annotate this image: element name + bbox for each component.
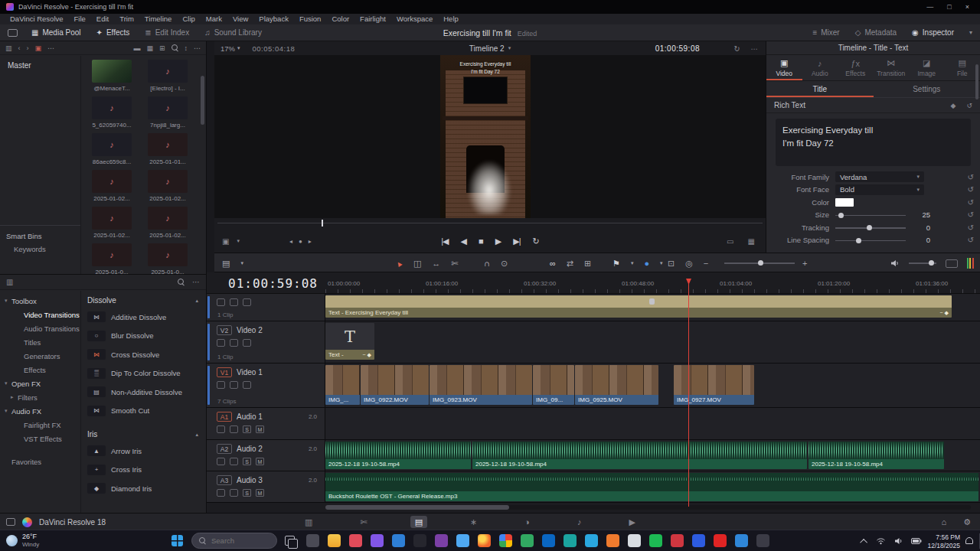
dim-button[interactable] [946,259,958,268]
media-pool-clip[interactable]: ♪ 7npji8_larg... [145,96,191,132]
media-pool-button[interactable]: ▦ Media Pool [24,24,88,41]
transition-item[interactable]: ⋈ Cross Dissolve [81,345,206,364]
select-tool-icon[interactable]: ▲ [394,258,404,269]
timeline-ruler[interactable]: 01:00:00:0001:00:16:0001:00:32:0001:00:4… [325,272,980,294]
timeline-clip-title[interactable]: Text - Exercising Everyday till ~ ◆ [325,295,952,318]
sort-icon[interactable]: ↕ [185,44,188,52]
position-lock-icon[interactable]: ⊙ [501,259,508,269]
options-icon[interactable]: ⋯ [192,278,200,286]
workspace-dropdown-icon[interactable]: ▾ [962,29,980,36]
search-input[interactable] [211,536,263,545]
track-header-video-1[interactable]: V1 Video 1 7 Clips [207,364,325,407]
project-settings-icon[interactable]: ⚙ [963,517,971,527]
menu-item[interactable]: View [227,14,253,24]
taskbar-clock[interactable]: 7:56 PM 12/18/2025 [927,533,960,550]
wifi-icon[interactable] [876,537,886,545]
subtab-settings[interactable]: Settings [874,81,980,97]
reset-icon[interactable]: ↺ [968,210,974,219]
timeline-clip-audio[interactable]: 2025-12-18 19-10-58.mp4 [472,442,807,469]
taskbar-app-3[interactable] [349,534,362,547]
zoom-out-icon[interactable]: − [704,259,708,268]
scrollbar-thumb[interactable] [325,505,509,510]
taskbar-app-9[interactable] [478,534,491,547]
thumbnail-view-icon[interactable]: ▦ [146,44,153,52]
timeline-clip-audio[interactable]: 2025-12-18 19-10-58.mp4 [808,442,944,469]
panel-layout-icon[interactable]: ▥ [5,44,12,52]
track-select-v2[interactable]: V2 [217,325,232,335]
loop-button[interactable]: ↻ [533,236,539,246]
taskbar-app-16[interactable] [628,534,641,547]
step-back-button[interactable]: ◀ [461,236,466,246]
font-face-dropdown[interactable]: Bold ▾ [835,184,924,195]
media-pool-clip[interactable]: ♪ 2025-01-02... [145,170,191,205]
match-frame-icon[interactable]: ▭ [727,237,733,246]
back-icon[interactable]: ‹ [18,44,21,52]
stop-button[interactable]: ■ [479,236,483,246]
page-color[interactable]: ◑ [520,516,534,528]
grid-view-icon[interactable]: ⊞ [159,44,165,52]
enable-track-icon[interactable] [230,298,238,306]
notifications-icon[interactable] [965,537,973,544]
section-header-iris[interactable]: Iris ▴ [81,426,206,442]
viewer-zoom-dropdown[interactable]: 17% ▾ [220,44,240,53]
timeline-clip-text[interactable]: T Text - ~ ◆ [325,323,374,360]
project-manager-icon[interactable]: ⌂ [941,517,946,527]
taskbar-app-11[interactable] [521,534,534,547]
track-content-video-1[interactable]: IMG_... IMG_0922.MOV IMG_0923.MOV [325,364,980,407]
snapping-icon[interactable]: ∩ [484,259,490,268]
viewer-scrubber[interactable] [214,218,766,227]
effects-button[interactable]: ✦ Effects [88,24,137,41]
weather-widget[interactable]: 26°F Windy [6,533,39,548]
track-header-video-2[interactable]: V2 Video 2 1 Clip [207,321,325,363]
zoom-fit-icon[interactable]: ⊡ [668,259,675,269]
tab-effects[interactable]: ƒx Effects [838,55,874,80]
resize-icon[interactable]: ▣ [222,237,229,246]
track-select-a3[interactable]: A3 [217,475,232,485]
reset-icon[interactable]: ↺ [968,173,974,181]
track-content-audio-3[interactable]: Buckshot Roulette OST - General Release.… [325,471,980,502]
taskbar-app-13[interactable] [564,534,577,547]
auto-select-icon[interactable] [243,298,251,306]
search-icon[interactable] [178,279,185,285]
zoom-in-icon[interactable]: + [802,259,807,268]
menu-item[interactable]: Color [326,14,354,24]
viewer-canvas[interactable]: Exercising Everyday till I'm fit Day 72 [214,55,766,218]
go-to-last-frame-button[interactable]: ▶| [513,236,520,246]
taskbar-app-2[interactable] [328,534,341,547]
taskbar-app-7[interactable] [435,534,448,547]
transition-item[interactable]: ▒ Dip To Color Dissolve [81,364,206,383]
taskbar-app-20[interactable] [714,534,727,547]
track-select-a2[interactable]: A2 [217,444,232,454]
title-text-input[interactable]: Exercising Everyday till I'm fit Day 72 [776,119,971,166]
subtab-title[interactable]: Title [766,81,874,97]
audio-meters-icon[interactable] [967,258,974,269]
tab-video[interactable]: ▣ Video [766,55,802,80]
inspector-button[interactable]: ◉ Inspector [904,28,962,37]
lock-icon[interactable] [217,339,225,347]
media-pool-clip[interactable]: ♪ [Electro] - I... [145,60,191,95]
marker-dropdown-icon[interactable]: ▾ [660,260,663,266]
transition-item[interactable]: ◆ Diamond Iris [81,479,206,498]
taskbar-app-17[interactable] [649,534,662,547]
transition-item[interactable]: ▤ Non-Additive Dissolve [81,383,206,402]
media-pool-clip[interactable]: ♪ 5_62059740... [89,96,135,132]
taskbar-app-6[interactable] [413,534,426,547]
tab-image[interactable]: ◪ Image [909,55,945,80]
effects-tree-item[interactable]: Audio Transitions [0,321,80,335]
tracking-slider[interactable] [835,222,906,233]
taskbar-app-22[interactable] [756,534,769,547]
close-button[interactable]: × [965,3,969,11]
transition-item[interactable]: + Cross Iris [81,461,206,480]
maximize-button[interactable]: □ [947,3,951,11]
timeline-clip-video[interactable]: IMG_0923.MOV [430,365,532,405]
menu-item[interactable]: Help [438,14,464,24]
forward-icon[interactable]: › [27,44,29,52]
reset-icon[interactable]: ↺ [968,198,974,207]
page-deliver[interactable]: ▶ [624,516,639,528]
tab-transition[interactable]: ⋈ Transition [874,55,910,80]
trim-edit-icon[interactable]: ◫ [413,259,421,269]
media-pool-clip[interactable]: ♪ 86aec659c8... [89,133,135,168]
smart-bins-item[interactable]: Smart Bins [0,230,80,243]
timeline-clip-music[interactable]: Buckshot Roulette OST - General Release.… [325,473,978,501]
lock-icon[interactable] [217,489,225,497]
